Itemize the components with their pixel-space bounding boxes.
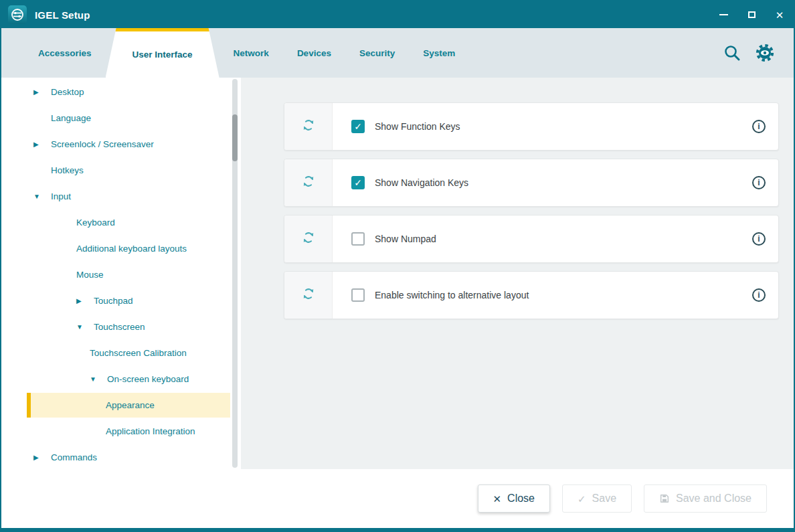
sidebar-item-screenlock-screensaver[interactable]: Screenlock / Screensaver xyxy=(1,131,241,157)
info-icon[interactable]: i xyxy=(752,176,766,189)
sidebar-item-on-screen-keyboard[interactable]: On-screen keyboard xyxy=(1,366,241,392)
sidebar-item-additional-keyboard-layouts[interactable]: Additional keyboard layouts xyxy=(1,236,241,262)
checkbox-show-function-keys[interactable] xyxy=(351,120,365,133)
setting-row-show-function-keys: Show Function Keys i xyxy=(284,102,779,151)
tab-bar: Accessories User Interface Network Devic… xyxy=(1,28,794,78)
sidebar-item-desktop[interactable]: Desktop xyxy=(1,79,241,105)
checkbox-show-numpad[interactable] xyxy=(351,232,365,246)
sidebar-item-commands[interactable]: Commands xyxy=(1,444,241,470)
collapse-arrow-icon[interactable] xyxy=(33,193,51,200)
sidebar-item-keyboard[interactable]: Keyboard xyxy=(1,209,241,236)
close-x-icon: ✕ xyxy=(493,494,502,504)
search-icon[interactable] xyxy=(723,43,741,62)
minimize-button[interactable] xyxy=(709,1,737,28)
tab-accessories[interactable]: Accessories xyxy=(24,28,106,78)
content-area: Desktop Language Screenlock / Screensave… xyxy=(1,78,794,469)
save-button[interactable]: ✓ Save xyxy=(562,484,632,513)
scrollbar-thumb[interactable] xyxy=(232,114,238,161)
info-cell: i xyxy=(739,215,778,262)
checkbox-enable-switching-alternative-layout[interactable] xyxy=(351,288,365,302)
titlebar: IGEL Setup ✕ xyxy=(1,1,794,28)
window-close-button[interactable]: ✕ xyxy=(766,1,794,28)
advanced-settings-gear-eye-icon[interactable] xyxy=(755,43,775,63)
setting-content: Show Numpad xyxy=(333,215,739,262)
minimize-icon xyxy=(719,14,728,15)
sidebar-tree: Desktop Language Screenlock / Screensave… xyxy=(1,78,241,469)
floppy-disk-icon xyxy=(659,493,670,504)
sidebar-item-touchscreen[interactable]: Touchscreen xyxy=(1,314,241,340)
info-cell: i xyxy=(739,272,778,319)
info-cell: i xyxy=(739,159,778,206)
sidebar-item-input[interactable]: Input xyxy=(1,183,241,209)
setting-row-show-navigation-keys: Show Navigation Keys i xyxy=(284,159,779,207)
reset-to-default-sync-icon[interactable] xyxy=(301,286,316,304)
window-controls: ✕ xyxy=(709,1,794,28)
expand-arrow-icon[interactable] xyxy=(33,141,51,148)
close-icon: ✕ xyxy=(776,10,784,20)
tab-devices[interactable]: Devices xyxy=(283,28,345,78)
collapse-arrow-icon[interactable] xyxy=(76,324,94,331)
setting-content: Show Function Keys xyxy=(333,103,739,150)
igel-setup-window: IGEL Setup ✕ Accessories User Interface … xyxy=(0,0,795,532)
tabbar-icons xyxy=(723,28,794,78)
sidebar-item-appearance[interactable]: Appearance xyxy=(1,392,241,418)
reset-to-default-sync-icon[interactable] xyxy=(301,230,316,248)
setting-content: Show Navigation Keys xyxy=(333,159,739,206)
expand-arrow-icon[interactable] xyxy=(33,89,51,96)
reset-to-default-sync-icon[interactable] xyxy=(301,174,316,191)
expand-arrow-icon[interactable] xyxy=(76,298,94,304)
sidebar-item-hotkeys[interactable]: Hotkeys xyxy=(1,157,241,183)
reset-cell xyxy=(284,215,333,262)
reset-cell xyxy=(284,159,333,206)
save-and-close-button[interactable]: Save and Close xyxy=(644,484,767,513)
setting-content: Enable switching to alternative layout xyxy=(333,272,739,319)
sidebar-item-mouse[interactable]: Mouse xyxy=(1,262,241,288)
info-icon[interactable]: i xyxy=(752,120,766,133)
reset-cell xyxy=(284,103,333,150)
maximize-icon xyxy=(748,11,756,18)
expand-arrow-icon[interactable] xyxy=(33,454,51,461)
info-icon[interactable]: i xyxy=(752,288,766,302)
info-cell: i xyxy=(739,103,778,150)
settings-panel: Show Function Keys i xyxy=(241,78,794,469)
tab-user-interface[interactable]: User Interface xyxy=(106,28,219,78)
window-title: IGEL Setup xyxy=(35,9,90,21)
sidebar-scrollbar[interactable] xyxy=(232,79,238,468)
info-icon[interactable]: i xyxy=(752,232,766,246)
sidebar-item-application-integration[interactable]: Application Integration xyxy=(1,418,241,444)
tab-security[interactable]: Security xyxy=(345,28,409,78)
reset-to-default-sync-icon[interactable] xyxy=(301,118,316,135)
reset-cell xyxy=(284,272,333,319)
check-icon: ✓ xyxy=(578,494,586,504)
setting-row-enable-switching-alternative-layout: Enable switching to alternative layout i xyxy=(284,271,779,319)
maximize-button[interactable] xyxy=(737,1,766,28)
checkbox-show-navigation-keys[interactable] xyxy=(351,176,365,189)
close-button[interactable]: ✕ Close xyxy=(478,484,550,513)
igel-logo-icon xyxy=(8,5,27,24)
footer-bar: ✕ Close ✓ Save Save and Close xyxy=(1,469,794,528)
sidebar-item-touchpad[interactable]: Touchpad xyxy=(1,288,241,314)
setting-row-show-numpad: Show Numpad i xyxy=(284,215,779,263)
tab-network[interactable]: Network xyxy=(219,28,283,78)
collapse-arrow-icon[interactable] xyxy=(90,376,107,383)
sidebar-item-language[interactable]: Language xyxy=(1,105,241,131)
tab-system[interactable]: System xyxy=(409,28,469,78)
sidebar-item-touchscreen-calibration[interactable]: Touchscreen Calibration xyxy=(1,340,241,366)
